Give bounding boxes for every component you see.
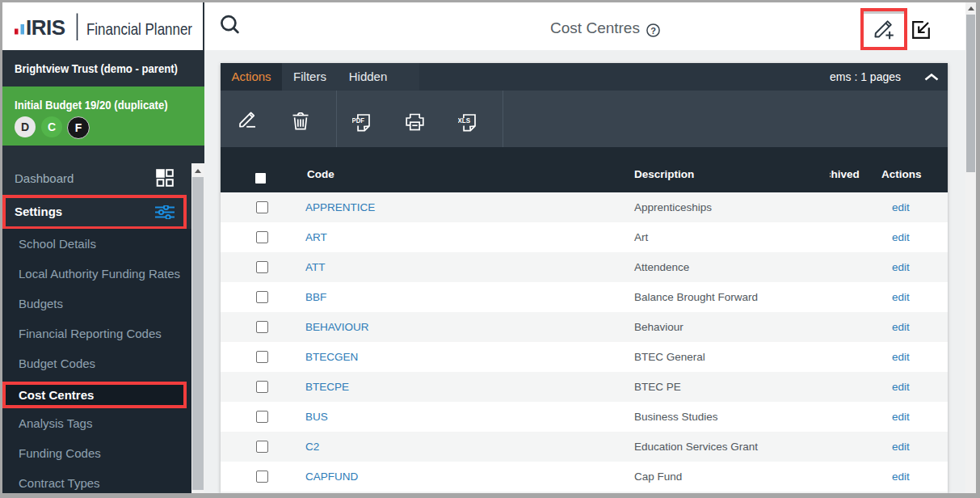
svg-text:?: ? xyxy=(650,26,656,36)
svg-text:Financial Planner: Financial Planner xyxy=(86,19,192,38)
svg-text:PDF: PDF xyxy=(352,116,364,124)
svg-text:IRIS: IRIS xyxy=(26,15,65,40)
svg-text:XLS: XLS xyxy=(458,116,470,124)
